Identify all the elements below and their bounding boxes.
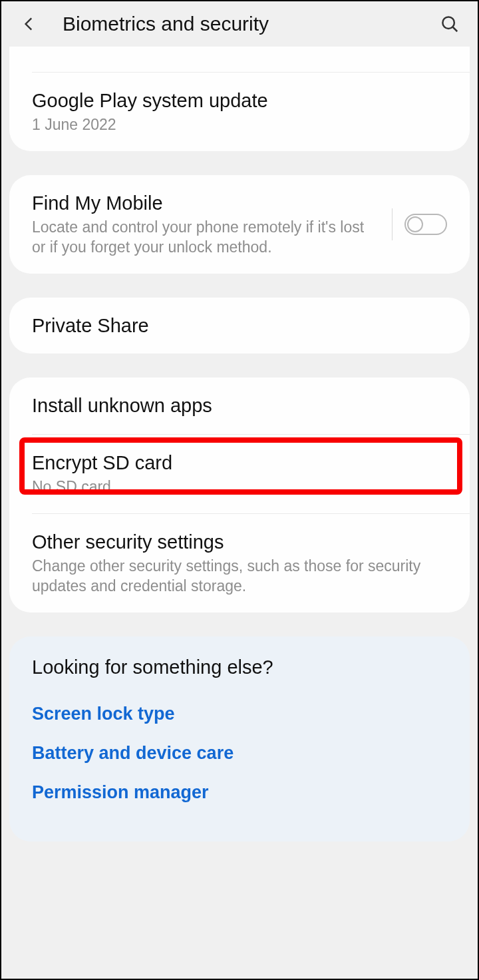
search-button[interactable] [435,9,464,39]
content-area: 1 June 2022 Google Play system update 1 … [1,47,478,842]
svg-point-0 [442,17,454,29]
app-header: Biometrics and security [1,1,478,47]
partial-row-subtitle: 1 June 2022 [9,47,470,72]
toggle-knob [407,216,423,232]
row-title: Google Play system update [32,89,447,113]
row-subtitle: No SD card [32,477,447,497]
row-title: Encrypt SD card [32,451,447,475]
row-subtitle: Change other security settings, such as … [32,557,447,597]
looking-for-something-else-panel: Looking for something else? Screen lock … [9,636,470,842]
row-encrypt-sd-card[interactable]: Encrypt SD card No SD card [9,435,470,513]
row-title: Private Share [32,314,447,338]
card-security-options: Install unknown apps Encrypt SD card No … [9,377,470,612]
row-private-share[interactable]: Private Share [9,298,470,354]
row-title: Find My Mobile [32,191,381,215]
row-install-unknown-apps[interactable]: Install unknown apps [9,377,470,433]
link-screen-lock-type[interactable]: Screen lock type [32,694,447,734]
row-find-my-mobile[interactable]: Find My Mobile Locate and control your p… [9,175,470,274]
vertical-separator [392,208,393,240]
link-battery-and-device-care[interactable]: Battery and device care [32,734,447,773]
panel-heading: Looking for something else? [32,656,447,678]
link-permission-manager[interactable]: Permission manager [32,773,447,812]
card-private-share: Private Share [9,298,470,354]
svg-line-1 [453,27,458,32]
row-other-security-settings[interactable]: Other security settings Change other sec… [9,514,470,612]
find-my-mobile-toggle[interactable] [404,214,447,235]
chevron-left-icon [21,15,38,33]
row-title: Install unknown apps [32,393,447,417]
page-title: Biometrics and security [63,13,435,35]
row-subtitle: 1 June 2022 [32,115,447,135]
row-subtitle: Locate and control your phone remotely i… [32,218,381,258]
search-icon [440,14,460,34]
row-title: Other security settings [32,530,447,554]
card-updates: 1 June 2022 Google Play system update 1 … [9,47,470,151]
back-button[interactable] [15,9,44,39]
card-find-my-mobile: Find My Mobile Locate and control your p… [9,175,470,274]
row-google-play-system-update[interactable]: Google Play system update 1 June 2022 [9,73,470,151]
